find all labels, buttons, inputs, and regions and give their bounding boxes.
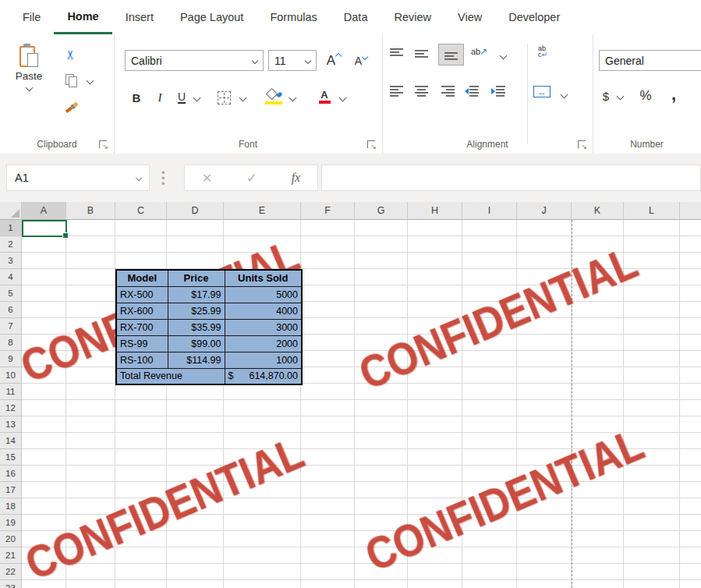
grid-cell[interactable] (115, 466, 167, 482)
grid-cell[interactable] (115, 220, 167, 236)
grid-cell[interactable] (572, 351, 624, 367)
grid-cell[interactable] (301, 580, 355, 588)
cell-units[interactable]: 5000 (225, 286, 302, 303)
font-size-combo[interactable]: 11 (268, 50, 317, 71)
grid-cell[interactable] (66, 416, 115, 433)
grid-cell[interactable] (224, 400, 301, 416)
column-header-D[interactable]: D (167, 202, 224, 220)
grid-cell[interactable] (680, 498, 701, 515)
grid-cell[interactable] (167, 564, 224, 580)
grid-cell[interactable] (167, 384, 224, 400)
column-header-L[interactable]: L (624, 202, 680, 220)
grid-cell[interactable] (66, 400, 115, 416)
grid-cell[interactable] (517, 367, 572, 384)
grid-cell[interactable] (680, 416, 701, 433)
grid-cell[interactable] (355, 253, 408, 269)
font-color-dropdown-icon[interactable] (339, 94, 347, 102)
grid-cell[interactable] (517, 416, 572, 433)
accounting-format-button[interactable]: $ (599, 86, 613, 106)
grid-cell[interactable] (680, 269, 701, 285)
grid-cell[interactable] (115, 384, 167, 400)
cell-model[interactable]: RX-600 (116, 303, 168, 319)
paste-button[interactable]: Paste (6, 44, 51, 90)
row-header-14[interactable]: 14 (0, 433, 22, 449)
row-header-22[interactable]: 22 (0, 564, 22, 580)
percent-style-button[interactable]: % (636, 86, 655, 106)
font-dialog-launcher-icon[interactable]: ↘ (367, 140, 375, 148)
column-header-E[interactable]: E (224, 202, 301, 220)
grid-cell[interactable] (167, 531, 224, 547)
tab-page-layout[interactable]: Page Layout (167, 0, 257, 34)
grid-cell[interactable] (355, 449, 408, 466)
grid-cell[interactable] (355, 498, 408, 515)
paste-dropdown-icon[interactable] (25, 84, 33, 92)
column-header-F[interactable]: F (301, 202, 355, 220)
grid-cell[interactable] (517, 351, 572, 367)
row-header-23[interactable]: 23 (0, 580, 22, 588)
grid-cell[interactable] (624, 335, 680, 351)
orientation-button[interactable]: ab↗ (471, 47, 487, 56)
grid-cell[interactable] (408, 253, 462, 269)
column-header-K[interactable]: K (572, 202, 624, 220)
grid-cell[interactable] (462, 367, 517, 384)
grid-cell[interactable] (408, 285, 462, 302)
cell-price[interactable]: $25.99 (168, 303, 225, 319)
row-header-11[interactable]: 11 (0, 384, 22, 400)
grid-cell[interactable] (301, 302, 355, 318)
font-color-button[interactable]: A (315, 86, 334, 108)
row-header-12[interactable]: 12 (0, 400, 22, 416)
grid-cell[interactable] (680, 547, 701, 564)
grid-cell[interactable] (624, 564, 680, 580)
cancel-icon[interactable]: ✕ (202, 171, 212, 186)
row-header-17[interactable]: 17 (0, 482, 22, 498)
grid-cell[interactable] (66, 220, 115, 236)
grid-cell[interactable] (517, 564, 572, 580)
grid-cell[interactable] (355, 466, 408, 482)
grid-cell[interactable] (624, 236, 680, 253)
cell-units[interactable]: 2000 (225, 335, 302, 352)
grid-cell[interactable] (680, 466, 701, 482)
grid-cell[interactable] (408, 220, 462, 236)
grid-cell[interactable] (680, 220, 701, 236)
underline-button[interactable]: U (173, 87, 190, 108)
grid-cell[interactable] (680, 302, 701, 318)
grid-cell[interactable] (462, 449, 517, 466)
grid-cell[interactable] (572, 220, 624, 236)
grid-cell[interactable] (517, 220, 572, 236)
grid-cell[interactable] (624, 367, 680, 384)
grid-cell[interactable] (355, 269, 408, 285)
grid-cell[interactable] (572, 547, 624, 564)
grid-cell[interactable] (624, 302, 680, 318)
column-header-C[interactable]: C (115, 202, 167, 220)
clipboard-dialog-launcher-icon[interactable]: ↘ (99, 140, 107, 148)
grid-cell[interactable] (462, 547, 517, 564)
grid-cell[interactable] (408, 466, 462, 482)
grid-cell[interactable] (22, 253, 66, 269)
cell-units[interactable]: 1000 (225, 352, 302, 368)
grid-cell[interactable] (167, 433, 224, 449)
grid-cell[interactable] (680, 236, 701, 253)
row-header-7[interactable]: 7 (0, 318, 22, 335)
grid-cell[interactable] (301, 285, 355, 302)
merge-center-button[interactable]: ↔ (533, 86, 551, 97)
name-box-dropdown-icon[interactable] (136, 175, 142, 181)
grid-cell[interactable] (680, 384, 701, 400)
cell-price[interactable]: $35.99 (168, 319, 225, 335)
cell-price[interactable]: $99.00 (168, 335, 225, 352)
grid-cell[interactable] (301, 416, 355, 433)
grid-cell[interactable] (301, 351, 355, 367)
column-header-B[interactable]: B (66, 202, 115, 220)
grid-cell[interactable] (167, 236, 224, 253)
grid-cell[interactable] (680, 335, 701, 351)
grid-cell[interactable] (355, 285, 408, 302)
grid-cell[interactable] (680, 400, 701, 416)
fill-color-dropdown-icon[interactable] (289, 94, 297, 102)
grid-cell[interactable] (66, 482, 115, 498)
grid-cell[interactable] (680, 253, 701, 269)
header-model[interactable]: Model (116, 270, 168, 286)
grid-cell[interactable] (355, 433, 408, 449)
cell-price[interactable]: $114.99 (168, 352, 225, 368)
row-header-16[interactable]: 16 (0, 466, 22, 482)
grid-cell[interactable] (680, 433, 701, 449)
row-header-6[interactable]: 6 (0, 302, 22, 318)
